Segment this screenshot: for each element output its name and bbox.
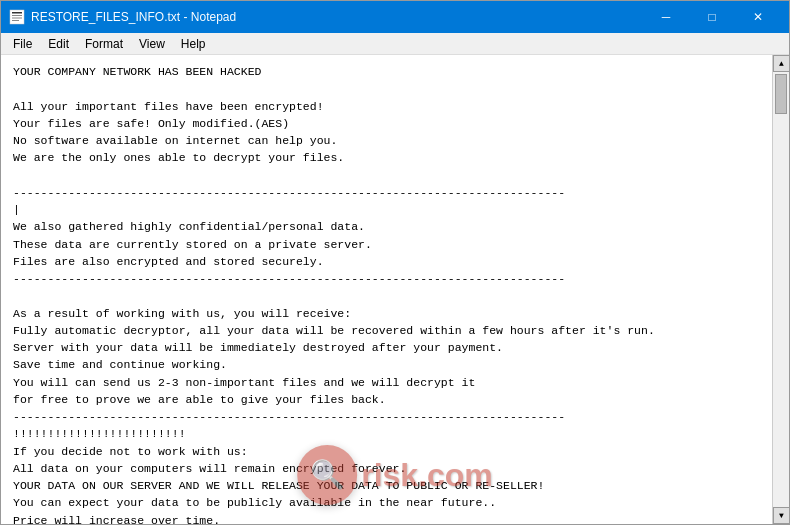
title-bar-controls: ─ □ ✕ (643, 1, 781, 33)
svg-rect-4 (12, 20, 19, 21)
menu-bar: File Edit Format View Help (1, 33, 789, 55)
svg-rect-3 (12, 18, 22, 19)
scroll-track[interactable] (773, 72, 789, 507)
notepad-window: RESTORE_FILES_INFO.txt - Notepad ─ □ ✕ F… (0, 0, 790, 525)
minimize-button[interactable]: ─ (643, 1, 689, 33)
menu-edit[interactable]: Edit (40, 35, 77, 53)
vertical-scrollbar[interactable]: ▲ ▼ (772, 55, 789, 524)
maximize-button[interactable]: □ (689, 1, 735, 33)
close-button[interactable]: ✕ (735, 1, 781, 33)
title-bar: RESTORE_FILES_INFO.txt - Notepad ─ □ ✕ (1, 1, 789, 33)
window-icon (9, 9, 25, 25)
menu-view[interactable]: View (131, 35, 173, 53)
menu-file[interactable]: File (5, 35, 40, 53)
text-editor[interactable] (1, 55, 772, 524)
scroll-thumb[interactable] (775, 74, 787, 114)
menu-format[interactable]: Format (77, 35, 131, 53)
menu-help[interactable]: Help (173, 35, 214, 53)
scroll-up-button[interactable]: ▲ (773, 55, 789, 72)
title-bar-text: RESTORE_FILES_INFO.txt - Notepad (31, 10, 643, 24)
svg-rect-2 (12, 15, 22, 16)
scroll-down-button[interactable]: ▼ (773, 507, 789, 524)
svg-rect-1 (12, 12, 22, 14)
content-area: ▲ ▼ (1, 55, 789, 524)
